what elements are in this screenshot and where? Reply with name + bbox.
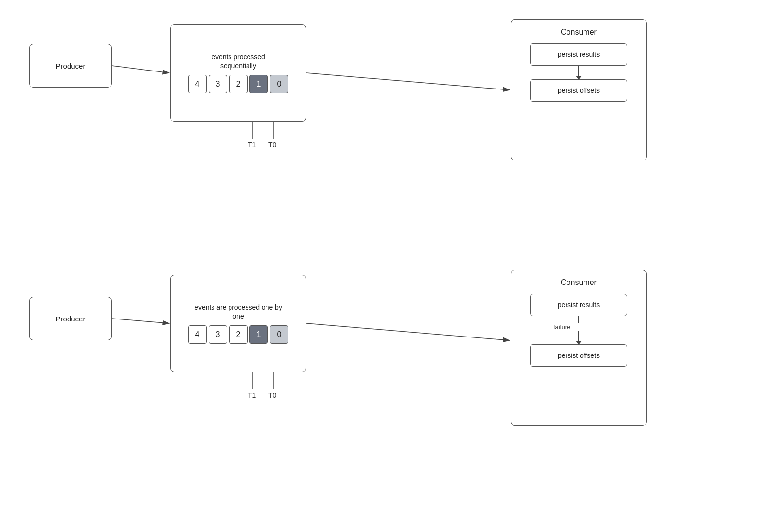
cell-bottom-1: 1 xyxy=(249,325,268,344)
arrows-svg xyxy=(0,0,779,532)
producer-top-label: Producer xyxy=(56,62,86,70)
diagram-container: Producer events processedsequentially 4 … xyxy=(0,0,779,532)
cells-bottom: 4 3 2 1 0 xyxy=(188,325,288,344)
svg-line-3 xyxy=(306,73,510,90)
persist-offsets-top: persist offsets xyxy=(530,79,627,102)
cell-bottom-0: 0 xyxy=(270,325,288,344)
consumer-bottom-title: Consumer xyxy=(561,278,597,287)
failure-label-bottom: failure xyxy=(553,323,570,331)
cell-top-1: 1 xyxy=(249,75,268,93)
consumer-top-inner: persist results persist offsets xyxy=(521,43,637,102)
queue-top-label: events processedsequentially xyxy=(212,53,265,70)
svg-line-7 xyxy=(306,323,510,340)
arrow-connector-top xyxy=(578,66,579,79)
t0-label-top: T0 xyxy=(268,141,276,149)
cell-top-2: 2 xyxy=(229,75,248,93)
cell-top-3: 3 xyxy=(209,75,227,93)
cells-top: 4 3 2 1 0 xyxy=(188,75,288,93)
cell-bottom-3: 3 xyxy=(209,325,227,344)
cell-bottom-4: 4 xyxy=(188,325,207,344)
producer-top: Producer xyxy=(29,44,112,88)
persist-results-top: persist results xyxy=(530,43,627,66)
t1-label-top: T1 xyxy=(248,141,256,149)
consumer-top-title: Consumer xyxy=(561,28,597,36)
svg-line-2 xyxy=(112,66,169,73)
cell-top-0: 0 xyxy=(270,75,288,93)
persist-results-bottom: persist results xyxy=(530,294,627,316)
failure-connector xyxy=(578,331,579,344)
cell-top-4: 4 xyxy=(188,75,207,93)
svg-line-6 xyxy=(112,319,169,323)
producer-bottom-label: Producer xyxy=(56,315,86,323)
consumer-bottom: Consumer persist results failure persist… xyxy=(511,270,647,426)
consumer-top: Consumer persist results persist offsets xyxy=(511,19,647,160)
persist-offsets-bottom: persist offsets xyxy=(530,344,627,367)
t1-label-bottom: T1 xyxy=(248,391,256,399)
t0-label-bottom: T0 xyxy=(268,391,276,399)
queue-bottom-label: events are processed one byone xyxy=(195,303,282,320)
cell-bottom-2: 2 xyxy=(229,325,248,344)
consumer-bottom-inner: persist results failure persist offsets xyxy=(521,294,637,367)
queue-bottom: events are processed one byone 4 3 2 1 0 xyxy=(170,275,306,372)
queue-top: events processedsequentially 4 3 2 1 0 xyxy=(170,24,306,122)
producer-bottom: Producer xyxy=(29,297,112,340)
